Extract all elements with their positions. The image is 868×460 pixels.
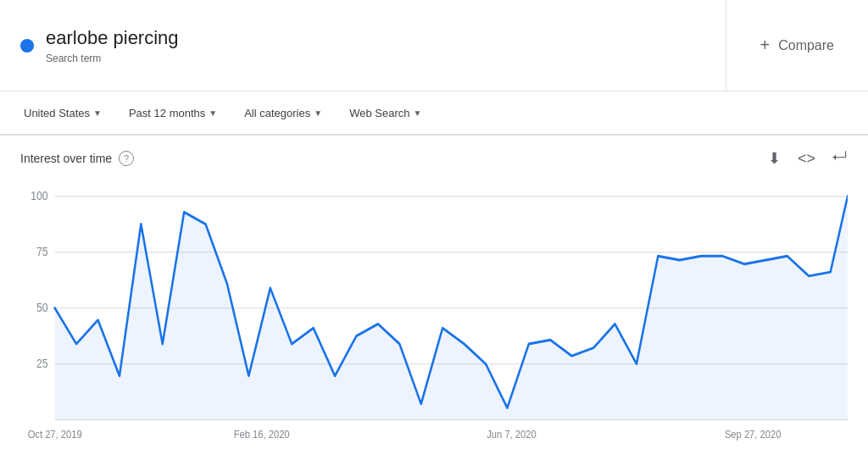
time-chevron-icon: ▼ [209,108,217,118]
region-filter[interactable]: United States ▼ [14,102,112,125]
embed-icon[interactable]: <> [798,150,815,168]
svg-text:Jun 7, 2020: Jun 7, 2020 [487,428,537,441]
action-icons: ⬇ <> ⮠ [768,149,848,168]
header: earlobe piercing Search term + Compare [0,0,868,91]
compare-label: Compare [778,38,834,53]
interest-title: Interest over time [20,152,112,165]
time-range-filter[interactable]: Past 12 months ▼ [119,102,227,125]
svg-text:25: 25 [36,357,48,370]
search-type-chevron-icon: ▼ [413,108,421,118]
search-term-dot [20,39,34,53]
share-icon[interactable]: ⮠ [832,150,848,168]
region-label: United States [24,107,90,119]
category-chevron-icon: ▼ [314,108,322,118]
svg-text:100: 100 [31,189,47,202]
region-chevron-icon: ▼ [93,108,102,118]
category-filter[interactable]: All categories ▼ [234,102,332,125]
time-range-label: Past 12 months [129,107,205,119]
trend-chart: 100 75 50 25 Oct 27, 2019 Feb 16, 2020 J… [20,176,848,456]
help-icon[interactable]: ? [119,151,134,166]
svg-text:50: 50 [36,301,48,314]
search-type-label: Web Search [349,107,409,119]
compare-section[interactable]: + Compare [726,19,869,72]
filters-bar: United States ▼ Past 12 months ▼ All cat… [0,91,868,136]
svg-text:Oct 27, 2019: Oct 27, 2019 [28,428,82,441]
term-info: earlobe piercing Search term [46,27,179,64]
category-label: All categories [244,107,310,119]
svg-text:Feb 16, 2020: Feb 16, 2020 [234,428,290,441]
download-icon[interactable]: ⬇ [768,149,781,168]
chart-container: 100 75 50 25 Oct 27, 2019 Feb 16, 2020 J… [0,168,868,456]
interest-title-row: Interest over time ? [20,151,134,166]
search-term-section: earlobe piercing Search term [0,0,726,91]
interest-section: Interest over time ? ⬇ <> ⮠ [0,136,868,168]
svg-text:75: 75 [36,245,48,258]
compare-plus-icon: + [760,36,771,55]
search-term-name: earlobe piercing [46,27,179,49]
search-term-type: Search term [46,53,179,64]
svg-text:Sep 27, 2020: Sep 27, 2020 [725,428,782,441]
chart-area: 100 75 50 25 Oct 27, 2019 Feb 16, 2020 J… [20,176,848,456]
search-type-filter[interactable]: Web Search ▼ [339,102,431,125]
